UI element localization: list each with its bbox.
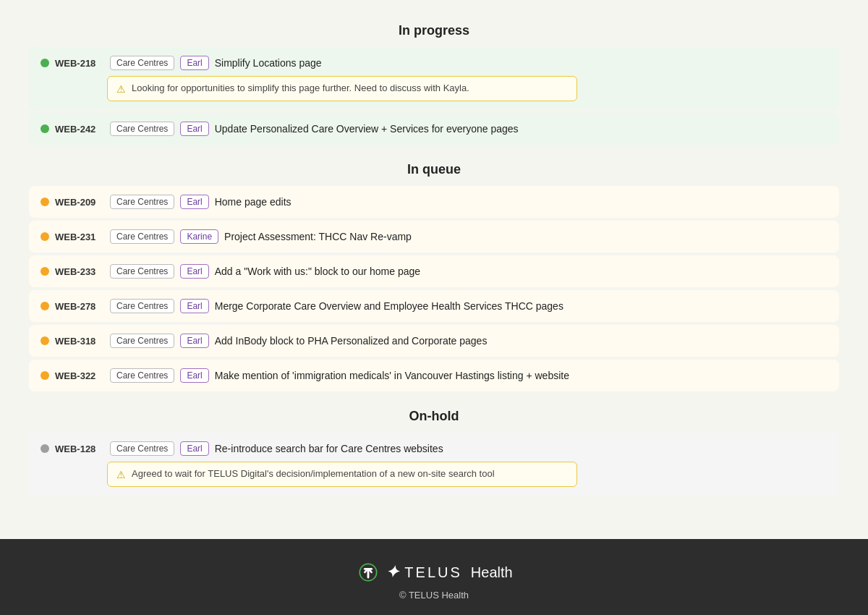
ticket-card[interactable]: WEB-242Care CentresEarlUpdate Personaliz… [29, 113, 839, 145]
ticket-tag: Earl [180, 195, 208, 209]
alert-text: Looking for opportunities to simplify th… [132, 82, 469, 93]
telus-logo: ✦ TELUS Health [29, 562, 839, 582]
card-main-row: WEB-209Care CentresEarlHome page edits [41, 195, 827, 209]
ticket-tag: Earl [180, 441, 208, 456]
card-main-row: WEB-231Care CentresKarineProject Assessm… [41, 229, 827, 244]
ticket-tag: Care Centres [110, 122, 174, 136]
ticket-card[interactable]: WEB-218Care CentresEarlSimplify Location… [29, 47, 839, 110]
ticket-tag: Care Centres [110, 195, 174, 209]
ticket-tag: Karine [180, 229, 218, 244]
ticket-title: Update Personalized Care Overview + Serv… [215, 123, 519, 135]
section-in-queue: WEB-209Care CentresEarlHome page editsWE… [29, 186, 839, 391]
alert-box: ⚠Agreed to wait for TELUS Digital's deci… [107, 462, 577, 487]
status-dot [41, 124, 49, 133]
ticket-tag: Care Centres [110, 334, 174, 348]
ticket-tag: Earl [180, 299, 208, 313]
status-dot [41, 302, 49, 310]
ticket-title: Add InBody block to PHA Personalized and… [215, 335, 488, 347]
section-title-in-queue: In queue [29, 162, 839, 177]
status-dot [41, 59, 49, 67]
card-main-row: WEB-242Care CentresEarlUpdate Personaliz… [41, 122, 827, 136]
status-dot [41, 198, 49, 206]
ticket-tag: Care Centres [110, 229, 174, 244]
card-main-row: WEB-318Care CentresEarlAdd InBody block … [41, 334, 827, 348]
footer-copyright: © TELUS Health [29, 590, 839, 601]
ticket-tag: Care Centres [110, 299, 174, 313]
status-dot [41, 371, 49, 380]
ticket-title: Add a "Work with us:" block to our home … [215, 266, 420, 277]
ticket-card[interactable]: WEB-231Care CentresKarineProject Assessm… [29, 221, 839, 253]
alert-box: ⚠Looking for opportunities to simplify t… [107, 76, 577, 101]
warning-icon: ⚠ [116, 469, 126, 480]
alert-text: Agreed to wait for TELUS Digital's decis… [132, 468, 495, 479]
ticket-tag: Care Centres [110, 441, 174, 456]
card-main-row: WEB-128Care CentresEarlRe-introduce sear… [41, 441, 827, 456]
ticket-title: Make mention of 'immigration medicals' i… [215, 370, 569, 381]
ticket-tag: Earl [180, 334, 208, 348]
status-dot [41, 232, 49, 241]
ticket-title: Simplify Locations page [215, 57, 322, 69]
ticket-id: WEB-242 [55, 124, 104, 135]
ticket-tag: Care Centres [110, 368, 174, 383]
ticket-title: Project Assessment: THCC Nav Re-vamp [224, 231, 412, 242]
footer: ✦ TELUS Health © TELUS Health [0, 539, 868, 615]
main-content: In progressWEB-218Care CentresEarlSimpli… [0, 0, 868, 539]
status-dot [41, 267, 49, 276]
section-title-on-hold: On-hold [29, 409, 839, 424]
ticket-id: WEB-209 [55, 197, 104, 208]
ticket-tag: Earl [180, 264, 208, 279]
card-main-row: WEB-278Care CentresEarlMerge Corporate C… [41, 299, 827, 313]
ticket-tag: Care Centres [110, 56, 174, 70]
section-on-hold: WEB-128Care CentresEarlRe-introduce sear… [29, 433, 839, 496]
ticket-id: WEB-233 [55, 266, 104, 277]
ticket-title: Home page edits [215, 196, 292, 208]
section-title-in-progress: In progress [29, 23, 839, 38]
status-dot [41, 336, 49, 345]
ticket-card[interactable]: WEB-278Care CentresEarlMerge Corporate C… [29, 290, 839, 322]
card-main-row: WEB-233Care CentresEarlAdd a "Work with … [41, 264, 827, 279]
ticket-id: WEB-218 [55, 58, 104, 69]
ticket-id: WEB-278 [55, 301, 104, 312]
ticket-tag: Care Centres [110, 264, 174, 279]
ticket-tag: Earl [180, 56, 208, 70]
card-main-row: WEB-322Care CentresEarlMake mention of '… [41, 368, 827, 383]
ticket-card[interactable]: WEB-318Care CentresEarlAdd InBody block … [29, 325, 839, 357]
section-in-progress: WEB-218Care CentresEarlSimplify Location… [29, 47, 839, 145]
warning-icon: ⚠ [116, 83, 126, 95]
card-main-row: WEB-218Care CentresEarlSimplify Location… [41, 56, 827, 70]
ticket-card[interactable]: WEB-128Care CentresEarlRe-introduce sear… [29, 433, 839, 496]
ticket-title: Re-introduce search bar for Care Centres… [215, 443, 443, 454]
ticket-id: WEB-128 [55, 444, 104, 454]
ticket-card[interactable]: WEB-322Care CentresEarlMake mention of '… [29, 360, 839, 391]
ticket-title: Merge Corporate Care Overview and Employ… [215, 300, 563, 312]
ticket-card[interactable]: WEB-209Care CentresEarlHome page edits [29, 186, 839, 218]
ticket-card[interactable]: WEB-233Care CentresEarlAdd a "Work with … [29, 255, 839, 287]
ticket-tag: Earl [180, 122, 208, 136]
ticket-id: WEB-322 [55, 370, 104, 381]
ticket-id: WEB-318 [55, 336, 104, 347]
ticket-id: WEB-231 [55, 232, 104, 242]
status-dot [41, 444, 49, 453]
ticket-tag: Earl [180, 368, 208, 383]
